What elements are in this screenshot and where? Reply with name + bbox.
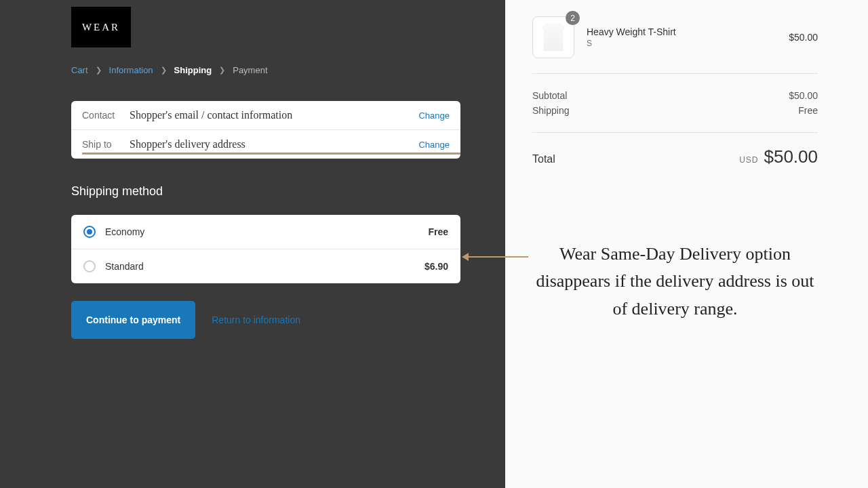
- radio-unselected-icon: [83, 260, 96, 272]
- annotation-arrow-icon: [463, 256, 528, 258]
- order-total-row: Total USD$50.00: [532, 133, 818, 181]
- product-variant: S: [587, 39, 789, 48]
- continue-to-payment-button[interactable]: Continue to payment: [71, 301, 195, 339]
- shipto-value: Shopper's delivery address: [130, 138, 418, 150]
- shipping-option-name: Standard: [105, 261, 425, 272]
- review-contact-row: Contact Shopper's email / contact inform…: [71, 101, 460, 130]
- product-thumbnail: 2: [532, 16, 574, 58]
- breadcrumb-shipping: Shipping: [174, 65, 212, 75]
- annotation-text: Wear Same-Day Delivery option disappears…: [532, 241, 818, 323]
- review-shipto-row: Ship to Shopper's delivery address Chang…: [71, 130, 460, 159]
- annotation-underline: [82, 152, 460, 155]
- shipping-method-title: Shipping method: [71, 184, 460, 199]
- currency-code: USD: [739, 155, 758, 165]
- breadcrumb-payment: Payment: [233, 65, 267, 75]
- contact-label: Contact: [82, 110, 130, 121]
- chevron-right-icon: ❯: [161, 66, 167, 75]
- order-item-row: 2 Heavy Weight T-Shirt S $50.00: [532, 11, 818, 74]
- radio-selected-icon: [83, 226, 96, 238]
- product-title: Heavy Weight T-Shirt: [587, 26, 789, 37]
- order-shipping-value: Free: [798, 105, 818, 116]
- shipping-option-price: $6.90: [425, 261, 448, 272]
- breadcrumb: Cart ❯ Information ❯ Shipping ❯ Payment: [71, 65, 460, 75]
- change-shipto-link[interactable]: Change: [418, 140, 450, 150]
- shipping-method-card: Economy Free Standard $6.90: [71, 215, 460, 283]
- actions-row: Continue to payment Return to informatio…: [71, 301, 460, 339]
- product-info: Heavy Weight T-Shirt S: [587, 26, 789, 48]
- breadcrumb-cart[interactable]: Cart: [71, 65, 88, 75]
- shipping-option-economy[interactable]: Economy Free: [71, 215, 460, 249]
- return-to-information-link[interactable]: Return to information: [212, 314, 300, 325]
- product-price: $50.00: [789, 32, 818, 43]
- total-amount: $50.00: [764, 146, 818, 167]
- review-card: Contact Shopper's email / contact inform…: [71, 101, 460, 159]
- order-subtotals: Subtotal $50.00 Shipping Free: [532, 74, 818, 133]
- total-label: Total: [532, 153, 555, 165]
- shipping-option-price: Free: [428, 226, 448, 237]
- subtotal-label: Subtotal: [532, 90, 567, 101]
- shipping-option-name: Economy: [105, 226, 428, 237]
- chevron-right-icon: ❯: [96, 66, 102, 75]
- breadcrumb-information[interactable]: Information: [109, 65, 153, 75]
- chevron-right-icon: ❯: [219, 66, 225, 75]
- contact-value: Shopper's email / contact information: [130, 109, 418, 121]
- brand-logo: WEAR: [71, 7, 131, 47]
- shipto-label: Ship to: [82, 139, 130, 150]
- brand-logo-text: WEAR: [82, 22, 120, 33]
- change-contact-link[interactable]: Change: [418, 110, 450, 121]
- shipping-option-standard[interactable]: Standard $6.90: [71, 249, 460, 283]
- order-shipping-label: Shipping: [532, 105, 570, 116]
- subtotal-value: $50.00: [789, 90, 818, 101]
- quantity-badge: 2: [566, 11, 580, 25]
